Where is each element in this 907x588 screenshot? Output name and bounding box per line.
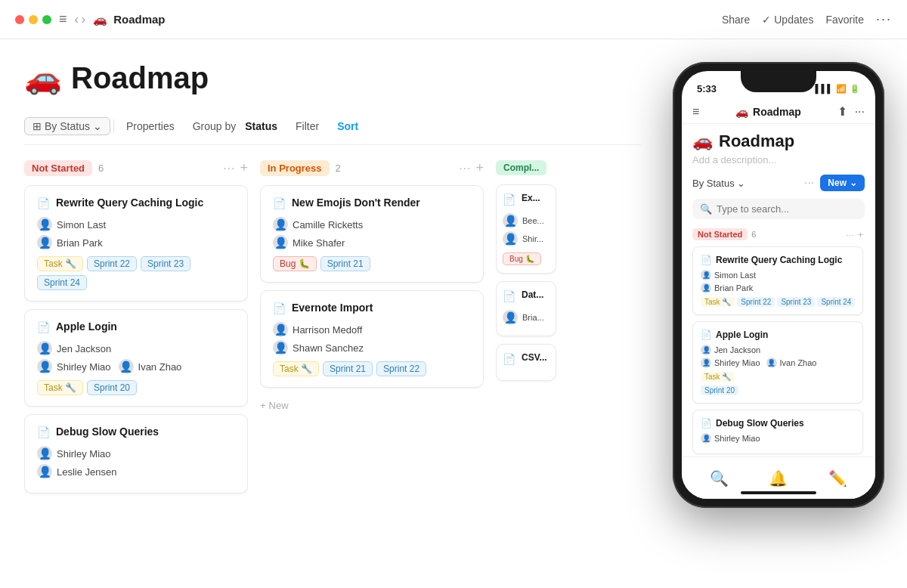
phone-by-status[interactable]: By Status ⌄	[692, 178, 745, 189]
page-title: 🚗 Roadmap	[24, 60, 641, 96]
phone-doc-icon: 📄	[701, 330, 712, 340]
phone-bell-icon[interactable]: 🔔	[769, 469, 788, 487]
phone-new-button[interactable]: New ⌄	[820, 175, 865, 191]
phone-tag-s23[interactable]: Sprint 23	[777, 297, 815, 307]
properties-button[interactable]: Properties	[117, 117, 184, 135]
phone-tags-apple: Task 🔧	[701, 372, 855, 382]
card-dat[interactable]: 📄 Dat... 👤 Bria...	[496, 281, 556, 336]
tag-sprint20[interactable]: Sprint 20	[87, 380, 137, 395]
card-debug-slow[interactable]: 📄 Debug Slow Queries 👤 Shirley Miao 👤 Le…	[24, 414, 248, 494]
phone-avatar-shirley-apple: 👤	[701, 357, 711, 368]
phone-search-input[interactable]	[717, 203, 857, 215]
col-add-in-progress[interactable]: +	[475, 160, 484, 176]
menu-icon[interactable]: ≡	[59, 11, 67, 27]
toolbar: ⊞ By Status ⌄ Properties Group by Status…	[24, 117, 641, 145]
view-by-status[interactable]: ⊞ By Status ⌄	[24, 117, 110, 135]
phone-tag-s24[interactable]: Sprint 24	[817, 297, 855, 307]
tag-task-evernote[interactable]: Task 🔧	[273, 361, 319, 376]
doc-icon: 📄	[503, 353, 515, 365]
phone-person-brian: 👤 Brian Park	[701, 283, 855, 293]
card-title-evernote: 📄 Evernote Import	[273, 302, 471, 314]
phone-tag-s22[interactable]: Sprint 22	[737, 297, 775, 307]
phone-search-bottom-icon[interactable]: 🔍	[710, 469, 729, 487]
phone-status-icons: ▌▌▌ 📶 🔋	[816, 84, 860, 94]
col-add-not-started[interactable]: +	[240, 160, 248, 176]
card-evernote[interactable]: 📄 Evernote Import 👤 Harrison Medoff 👤 Sh…	[260, 290, 484, 388]
wifi-icon: 📶	[836, 84, 847, 94]
col-more-in-progress[interactable]: ···	[459, 162, 471, 175]
phone-avatar-simon: 👤	[701, 270, 711, 280]
col-actions-not-started: ··· +	[223, 160, 248, 176]
person-shi: 👤 Shir...	[503, 231, 549, 246]
tag-sprint24[interactable]: Sprint 24	[37, 275, 87, 290]
card-export[interactable]: 📄 Ex... 👤 Bee... 👤 Shir... Bug 🐛	[496, 184, 556, 274]
phone-board: Not Started 6 ··· + 📄 Rewrite	[692, 228, 865, 461]
title-emoji: 🚗	[24, 60, 62, 96]
tag-sprint21-ev[interactable]: Sprint 21	[323, 361, 373, 376]
col-more-not-started[interactable]: ···	[223, 162, 235, 175]
tag-bug-export[interactable]: Bug 🐛	[503, 252, 541, 265]
page-icon-title: 🚗 Roadmap	[93, 13, 165, 26]
phone-col-add-ns[interactable]: +	[858, 229, 864, 240]
tag-bug-emojis[interactable]: Bug 🐛	[273, 256, 317, 271]
filter-button[interactable]: Filter	[286, 117, 328, 135]
phone-menu-icon[interactable]: ≡	[692, 105, 699, 119]
person-camille: 👤 Camille Ricketts	[273, 217, 471, 232]
maximize-button[interactable]	[42, 15, 51, 24]
phone-col-not-started: Not Started 6 ··· + 📄 Rewrite	[692, 228, 863, 461]
tag-sprint22-ev[interactable]: Sprint 22	[376, 361, 426, 376]
phone-app-bar: ≡ 🚗 Roadmap ⬆ ···	[682, 100, 875, 124]
phone-tag-task-apple[interactable]: Task 🔧	[701, 372, 735, 382]
card-title-apple-login: 📄 Apple Login	[37, 320, 235, 333]
phone-doc-icon: 📄	[701, 418, 712, 429]
sort-button[interactable]: Sort	[328, 117, 367, 135]
toolbar-separator	[113, 119, 114, 133]
group-by-button[interactable]: Group by Status	[184, 117, 286, 135]
tag-sprint22[interactable]: Sprint 22	[87, 256, 137, 271]
status-badge-in-progress: In Progress	[260, 160, 330, 176]
col-header-in-progress: In Progress 2 ··· +	[260, 160, 484, 176]
tag-task-apple[interactable]: Task 🔧	[37, 380, 83, 395]
back-arrow[interactable]: ‹	[75, 13, 79, 26]
phone-title-text: Roadmap	[753, 106, 801, 118]
phone-chevron-down: ⌄	[850, 178, 857, 188]
main-content: 🚗 Roadmap ⊞ By Status ⌄ Properties Group…	[0, 39, 907, 588]
phone-card-debug[interactable]: 📄 Debug Slow Queries 👤 Shirley Miao	[692, 410, 863, 454]
phone-avatar-jen: 👤	[701, 345, 711, 355]
forward-arrow[interactable]: ›	[82, 13, 85, 26]
phone-more-icon[interactable]: ···	[855, 105, 865, 119]
phone-compose-icon[interactable]: ✏️	[828, 469, 847, 487]
person-bee: 👤 Bee...	[503, 213, 549, 228]
card-csv[interactable]: 📄 CSV...	[496, 344, 556, 381]
phone-avatar-shirley-debug: 👤	[701, 433, 711, 444]
group-by-value: Status	[245, 120, 277, 132]
updates-button[interactable]: ✓ Updates	[762, 14, 813, 26]
new-in-progress[interactable]: + New	[260, 395, 484, 416]
tag-sprint21[interactable]: Sprint 21	[320, 256, 370, 271]
card-rewrite-query[interactable]: 📄 Rewrite Query Caching Logic 👤 Simon La…	[24, 185, 248, 302]
avatar-shi: 👤	[503, 231, 518, 246]
close-button[interactable]	[15, 15, 24, 24]
tag-sprint23[interactable]: Sprint 23	[141, 256, 190, 271]
phone-tag-s20[interactable]: Sprint 20	[701, 385, 738, 395]
phone-doc-icon: 📄	[701, 255, 712, 265]
avatar-bri: 👤	[503, 310, 518, 325]
favorite-button[interactable]: Favorite	[825, 14, 864, 26]
share-button[interactable]: Share	[722, 14, 750, 26]
card-new-emojis[interactable]: 📄 New Emojis Don't Render 👤 Camille Rick…	[260, 185, 484, 283]
phone-status-badge-ns: Not Started	[692, 228, 748, 240]
phone-new-label: New	[828, 178, 847, 188]
card-apple-login[interactable]: 📄 Apple Login 👤 Jen Jackson 👤 Shirley Mi…	[24, 309, 248, 407]
phone-tag-task[interactable]: Task 🔧	[701, 297, 735, 307]
phone-card-rewrite[interactable]: 📄 Rewrite Query Caching Logic 👤 Simon La…	[692, 246, 863, 315]
tag-task[interactable]: Task 🔧	[37, 256, 83, 271]
phone-mockup-wrapper: 5:33 ▌▌▌ 📶 🔋 ≡ 🚗 Roadmap	[665, 39, 907, 588]
page-emoji: 🚗	[93, 13, 107, 26]
phone-content: 🚗 Roadmap Add a description... By Status…	[682, 124, 875, 461]
phone-filter-more[interactable]: ···	[804, 176, 814, 190]
minimize-button[interactable]	[29, 15, 38, 24]
phone-card-apple[interactable]: 📄 Apple Login 👤 Jen Jackson 👤 Shirley M	[692, 321, 863, 404]
phone-col-more-ns[interactable]: ···	[846, 229, 854, 240]
more-options-button[interactable]: ···	[876, 11, 892, 27]
phone-share-icon[interactable]: ⬆	[837, 104, 847, 119]
